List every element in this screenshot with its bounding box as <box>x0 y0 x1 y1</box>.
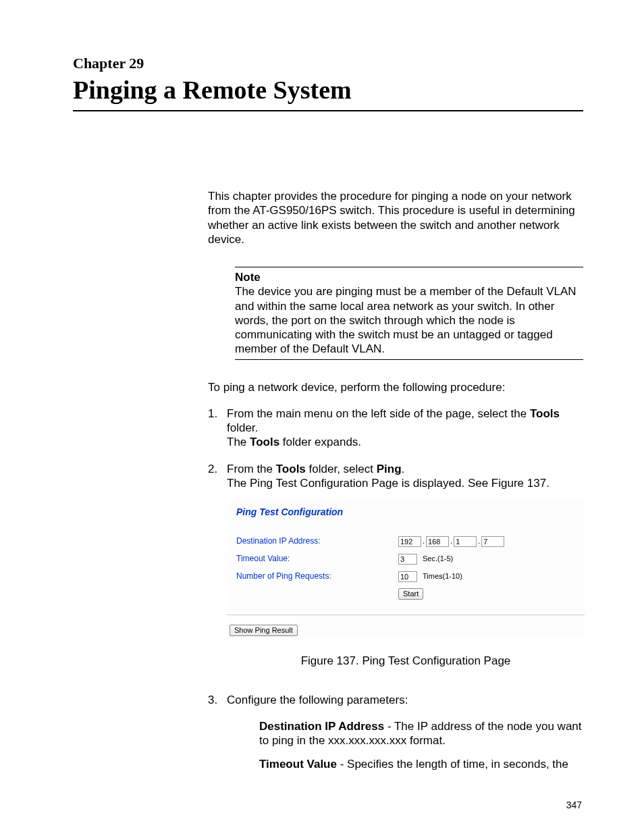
param-label: Timeout Value <box>259 758 337 771</box>
ip-octet-1-input[interactable]: 192 <box>398 536 421 547</box>
param-destination-ip: Destination IP Address - The IP address … <box>259 719 583 748</box>
chapter-label: Chapter 29 <box>73 54 583 73</box>
row-ping-count: Number of Ping Requests: 10 Times(1-10) <box>236 570 575 583</box>
dot: . <box>478 537 480 546</box>
page-number: 347 <box>566 800 582 812</box>
row-timeout: Timeout Value: 3 Sec.(1-5) <box>236 552 575 566</box>
text: The <box>227 436 250 448</box>
step-2: 2. From the Tools folder, select Ping. T… <box>208 462 583 681</box>
ip-octet-2-input[interactable]: 168 <box>426 536 449 547</box>
ip-octet-4-input[interactable]: 7 <box>481 536 504 547</box>
text: From the <box>227 463 276 475</box>
show-ping-result-button[interactable]: Show Ping Result <box>230 625 298 637</box>
ping-count-input[interactable]: 10 <box>398 571 417 582</box>
row-destination-ip: Destination IP Address: 192. 168. 1. 7 <box>236 535 575 548</box>
label-ping-count: Number of Ping Requests: <box>236 571 398 581</box>
param-label: Destination IP Address <box>259 720 384 733</box>
label-destination-ip: Destination IP Address: <box>236 536 398 546</box>
text: folder expands. <box>279 436 361 448</box>
step-3: 3. Configure the following parameters: D… <box>208 693 583 781</box>
bold: Tools <box>530 407 560 420</box>
step-number: 1. <box>208 407 227 450</box>
dot: . <box>450 537 452 546</box>
ip-octet-3-input[interactable]: 1 <box>454 536 477 547</box>
bold: Tools <box>250 436 279 448</box>
row-start: Start <box>236 588 575 601</box>
dot: . <box>423 537 425 546</box>
procedure-lead-in: To ping a network device, perform the fo… <box>208 380 583 394</box>
bold: Tools <box>276 463 306 475</box>
step-1: 1. From the main menu on the left side o… <box>208 407 583 450</box>
body-column: This chapter provides the procedure for … <box>208 189 583 781</box>
step-body: From the Tools folder, select Ping. The … <box>227 462 585 681</box>
note-box: Note The device you are pinging must be … <box>235 267 583 360</box>
text: From the main menu on the left side of t… <box>227 407 530 420</box>
step-body: Configure the following parameters: Dest… <box>227 693 583 781</box>
param-timeout: Timeout Value - Specifies the length of … <box>259 757 583 771</box>
label-timeout: Timeout Value: <box>236 554 398 564</box>
figure-ping-config: Ping Test Configuration Destination IP A… <box>227 500 585 636</box>
show-result-row: Show Ping Result <box>227 615 585 637</box>
figure-title: Ping Test Configuration <box>236 506 575 519</box>
bold: Ping <box>377 463 402 475</box>
figure-caption: Figure 137. Ping Test Configuration Page <box>227 654 585 668</box>
title-rule <box>73 110 583 111</box>
step-body: From the main menu on the left side of t… <box>227 407 583 450</box>
chapter-title: Pinging a Remote System <box>73 74 583 107</box>
step-number: 3. <box>208 693 227 781</box>
text: folder, select <box>306 463 377 475</box>
step-number: 2. <box>208 462 227 681</box>
ping-count-hint: Times(1-10) <box>423 572 462 581</box>
note-label: Note <box>235 270 583 284</box>
text: . <box>402 463 405 475</box>
steps-list: 1. From the main menu on the left side o… <box>208 407 583 781</box>
intro-paragraph: This chapter provides the procedure for … <box>208 189 583 246</box>
note-text: The device you are pinging must be a mem… <box>235 284 583 356</box>
text: folder. <box>227 421 258 434</box>
timeout-input[interactable]: 3 <box>398 554 417 565</box>
start-button[interactable]: Start <box>398 588 423 600</box>
page: Chapter 29 Pinging a Remote System This … <box>0 0 644 834</box>
figure-panel: Ping Test Configuration Destination IP A… <box>227 500 585 615</box>
timeout-hint: Sec.(1-5) <box>423 554 453 564</box>
text: Configure the following parameters: <box>227 694 408 706</box>
param-text: - Specifies the length of time, in secon… <box>337 758 568 771</box>
text: The Ping Test Configuration Page is disp… <box>227 477 549 490</box>
